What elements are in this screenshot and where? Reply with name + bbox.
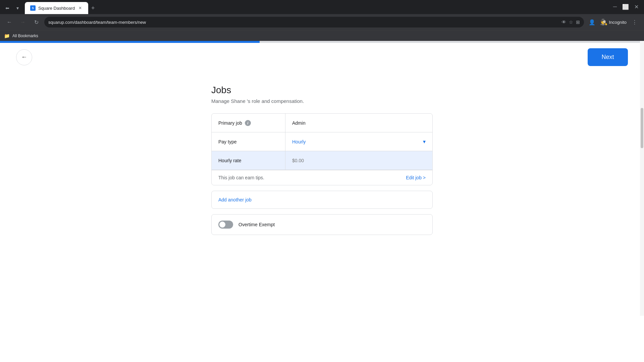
url-text: squarup.com/dashboard/team/team-members/… [48,20,559,25]
minimize-button[interactable]: ─ [613,4,617,10]
tab-nav-back[interactable]: ⬅ [3,3,12,13]
next-button[interactable]: Next [588,48,628,66]
bookmarks-label: All Bookmarks [12,34,38,38]
pay-type-row: Pay type Hourly ▾ [212,132,432,151]
progress-step-4 [452,41,644,43]
incognito-indicator: 🕵 Incognito [600,18,627,26]
add-job-card[interactable]: Add another job [211,191,433,209]
back-button[interactable]: ← [16,49,32,65]
active-tab: S Square Dashboard ✕ [25,2,88,14]
page-subtitle: Manage Shane 's role and compensation. [211,98,433,104]
pay-type-chevron-icon: ▾ [423,138,426,145]
add-another-job-button[interactable]: Add another job [218,197,252,202]
scrollbar-track [640,41,644,316]
reload-button[interactable]: ↻ [31,17,42,27]
hourly-rate-value [285,151,432,170]
tab-favicon: S [30,5,36,11]
close-window-button[interactable]: ✕ [634,4,639,10]
pay-type-select[interactable]: Hourly ▾ [285,132,432,151]
overtime-label: Overtime Exempt [238,222,275,227]
main-content: Jobs Manage Shane 's role and compensati… [205,85,439,235]
hourly-rate-label: Hourly rate [212,151,285,170]
bookmarks-folder-icon: 📁 [4,33,10,39]
star-icon[interactable]: ☆ [569,19,573,25]
primary-job-info-icon[interactable]: i [245,120,251,126]
profile-button[interactable]: 👤 [587,17,597,27]
primary-job-label: Primary job i [212,114,285,132]
progress-bar [0,41,644,43]
incognito-icon: 🕵 [600,18,607,26]
jobs-card: Primary job i Admin Pay type Hourly ▾ [211,113,433,185]
page-header: ← Next [0,43,644,71]
pay-type-value: Hourly [292,139,306,144]
overtime-toggle[interactable] [218,221,233,229]
tab-close-button[interactable]: ✕ [77,5,83,11]
tab-title: Square Dashboard [38,6,75,11]
primary-job-value: Admin [285,114,432,132]
forward-nav-button[interactable]: → [17,17,28,27]
maximize-button[interactable]: ⬜ [622,4,629,10]
primary-job-row: Primary job i Admin [212,114,432,132]
extension-icon[interactable]: ⊞ [576,19,580,25]
visibility-off-icon: 👁 [561,19,566,25]
new-tab-button[interactable]: + [88,3,98,13]
progress-step-1 [0,41,192,43]
address-bar[interactable]: squarup.com/dashboard/team/team-members/… [44,17,584,27]
pay-type-label: Pay type [212,132,285,151]
toggle-track [218,221,233,229]
tips-text: This job can earn tips. [218,175,264,180]
progress-step-3 [260,41,452,43]
tab-nav-dropdown[interactable]: ▾ [13,3,22,13]
scrollbar-thumb[interactable] [641,108,643,148]
hourly-rate-row: Hourly rate [212,151,432,170]
tips-row: This job can earn tips. Edit job > [212,170,432,185]
progress-step-2 [192,41,260,43]
overtime-card: Overtime Exempt [211,214,433,235]
page-title: Jobs [211,85,433,96]
hourly-rate-input[interactable] [292,158,426,163]
incognito-label: Incognito [609,20,627,25]
back-nav-button[interactable]: ← [4,17,15,27]
edit-job-link[interactable]: Edit job > [406,175,426,180]
more-options-button[interactable]: ⋮ [629,17,640,27]
toggle-thumb [219,222,225,228]
